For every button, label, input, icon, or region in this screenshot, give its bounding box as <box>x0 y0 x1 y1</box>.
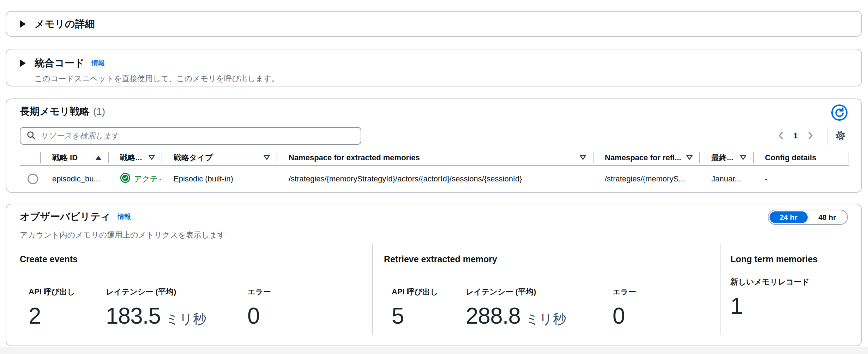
section-title-observability: オブザーバビリティ <box>20 210 110 223</box>
column-label: Config details <box>765 153 816 162</box>
column-label: 戦略タイプ <box>174 152 213 163</box>
column-label: Namespace for refl... <box>605 153 681 162</box>
next-page-button[interactable] <box>802 129 819 143</box>
metric-label: エラー <box>613 287 636 297</box>
column-header-last-updated[interactable]: 最終... <box>699 150 753 165</box>
column-header-config-details[interactable]: Config details <box>753 150 849 165</box>
page: メモリの詳細 統合コード 情報 このコードスニペットを直接使用して、このメモリを… <box>0 0 868 354</box>
time-range-24hr[interactable]: 24 hr <box>770 211 808 223</box>
chevron-left-icon <box>777 131 784 141</box>
strategies-section: 長期メモリ戦略 (1) <box>6 98 862 193</box>
column-label: Namespace for extracted memories <box>289 153 420 162</box>
metric-unit: ミリ秒 <box>525 310 566 328</box>
select-all-column <box>20 150 40 165</box>
caret-down-icon <box>740 153 747 162</box>
caret-down-icon <box>148 153 155 162</box>
metric-value: 1 <box>730 294 743 318</box>
metric-label: API 呼び出し <box>29 287 75 297</box>
search-input[interactable] <box>40 131 355 140</box>
integration-code-description: このコードスニペットを直接使用して、このメモリを呼び出します。 <box>35 73 861 84</box>
current-page-number[interactable]: 1 <box>789 131 802 140</box>
metric-value: 0 <box>247 304 260 328</box>
row-select-cell <box>20 167 40 191</box>
metric-value: 183.5 <box>106 304 161 328</box>
column-label: 戦略 ID <box>52 152 78 163</box>
page-background-strip <box>0 347 868 354</box>
time-range-48hr[interactable]: 48 hr <box>808 211 846 223</box>
status-label: アクティブ <box>134 174 162 184</box>
column-header-strategy-id[interactable]: 戦略 ID <box>40 150 108 165</box>
metric-api-calls: API 呼び出し 5 <box>392 287 438 328</box>
pagination: 1 <box>772 127 848 145</box>
section-title-memory-details: メモリの詳細 <box>35 17 95 31</box>
cell-strategy-type: Episodic (built-in) <box>162 167 277 191</box>
caret-down-icon <box>263 153 270 162</box>
integration-code-expander[interactable]: 統合コード 情報 <box>6 56 861 70</box>
caret-right-icon <box>20 20 26 28</box>
table-row: episodic_bu... アクティブ Episodic (built-in)… <box>20 167 849 191</box>
table-preferences-button[interactable] <box>833 128 848 144</box>
search-box <box>20 127 361 145</box>
section-title-integration-code: 統合コード <box>35 56 84 70</box>
metric-value: 0 <box>613 304 625 328</box>
metric-errors: エラー 0 <box>613 287 636 328</box>
metric-group-title-retrieve-memory: Retrieve extracted memory <box>384 254 497 264</box>
search-icon <box>26 130 36 142</box>
toolbar-divider <box>827 127 827 145</box>
metric-value: 288.8 <box>466 304 520 328</box>
cell-last-updated: Januar... <box>699 167 753 191</box>
status-success-icon <box>120 173 131 185</box>
metric-label: レイテンシー (平均) <box>466 287 566 297</box>
time-range-toggle: 24 hr 48 hr <box>768 210 848 225</box>
strategies-count: (1) <box>93 106 105 117</box>
sort-ascending-icon <box>95 156 102 160</box>
memory-details-section: メモリの詳細 <box>6 11 862 37</box>
metric-unit: ミリ秒 <box>165 310 206 328</box>
metric-label: エラー <box>247 287 271 297</box>
column-label: 戦略... <box>120 152 142 163</box>
metric-group-title-long-term: Long term memories <box>730 254 818 264</box>
column-label: 最終... <box>711 152 733 163</box>
metric-api-calls: API 呼び出し 2 <box>29 287 75 328</box>
metric-errors: エラー 0 <box>247 287 271 328</box>
column-header-namespace-extracted[interactable]: Namespace for extracted memories <box>277 150 593 165</box>
metric-label: API 呼び出し <box>392 287 438 297</box>
metric-label: 新しいメモリレコード <box>730 277 809 287</box>
metric-value: 5 <box>392 304 404 328</box>
metric-group-title-create-events: Create events <box>20 254 78 264</box>
metric-value: 2 <box>29 304 41 328</box>
caret-down-icon <box>686 153 693 162</box>
cell-namespace-extracted: /strategies/{memoryStrategyId}/actors/{a… <box>277 167 593 191</box>
caret-right-icon <box>20 59 26 67</box>
metric-group-divider <box>721 244 721 335</box>
column-header-namespace-reflection[interactable]: Namespace for refl... <box>593 150 699 165</box>
metric-latency: レイテンシー (平均) 183.5ミリ秒 <box>106 287 206 328</box>
chevron-right-icon <box>807 131 814 141</box>
metric-label: レイテンシー (平均) <box>106 287 206 297</box>
integration-code-section: 統合コード 情報 このコードスニペットを直接使用して、このメモリを呼び出します。 <box>6 49 862 86</box>
strategies-titlebar: 長期メモリ戦略 (1) <box>20 105 848 118</box>
section-title-strategies: 長期メモリ戦略 <box>20 105 90 118</box>
previous-page-button[interactable] <box>772 129 789 143</box>
observability-titlebar: オブザーバビリティ 情報 <box>20 210 131 223</box>
metric-group-divider <box>372 244 373 335</box>
memory-details-expander[interactable]: メモリの詳細 <box>6 12 861 36</box>
observability-description: アカウント内のメモリの運用上のメトリクスを表示します <box>20 230 225 240</box>
cell-namespace-reflection: /strategies/{memoryS... <box>593 167 699 191</box>
metric-new-memory-records: 新しいメモリレコード 1 <box>730 277 809 318</box>
cell-config-details: - <box>753 167 849 191</box>
info-link[interactable]: 情報 <box>117 212 131 221</box>
column-header-strategy-status[interactable]: 戦略... <box>108 150 162 165</box>
column-header-strategy-type[interactable]: 戦略タイプ <box>162 150 277 165</box>
info-link[interactable]: 情報 <box>91 59 105 68</box>
table-header: 戦略 ID 戦略... 戦略タイプ Namespace for extracte… <box>20 150 849 166</box>
caret-down-icon <box>579 153 586 162</box>
row-radio-button[interactable] <box>28 174 38 184</box>
refresh-button[interactable] <box>831 104 848 121</box>
cell-strategy-id: episodic_bu... <box>40 167 108 191</box>
observability-section: オブザーバビリティ 情報 24 hr 48 hr アカウント内のメモリの運用上の… <box>6 204 862 346</box>
metric-latency: レイテンシー (平均) 288.8ミリ秒 <box>466 287 566 328</box>
refresh-icon <box>831 117 848 122</box>
cell-strategy-status: アクティブ <box>108 167 162 191</box>
strategies-toolbar: 1 <box>20 127 848 145</box>
